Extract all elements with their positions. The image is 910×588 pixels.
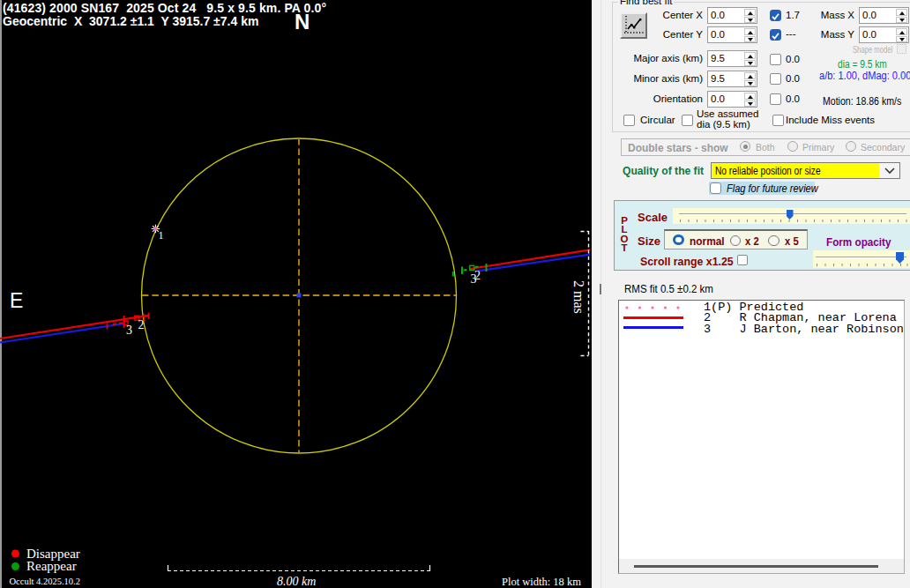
svg-text:8.00 km: 8.00 km [277, 575, 316, 588]
svg-text:Plot width: 18 km: Plot width: 18 km [502, 576, 581, 588]
svg-text:(41623) 2000 SN167 2025 Oct 2: (41623) 2000 SN167 2025 Oct 24 9.5 x 9.5… [3, 1, 326, 15]
svg-text:1: 1 [159, 229, 164, 242]
svg-text:Reappear: Reappear [26, 559, 77, 573]
svg-text:3: 3 [471, 272, 477, 286]
svg-text:E: E [10, 289, 23, 312]
svg-text:N: N [295, 10, 310, 33]
svg-text:3: 3 [126, 324, 132, 337]
svg-text:Geocentric X 3071.2 ±1.1 Y: Geocentric X 3071.2 ±1.1 Y 3915.7 ±7.4 k… [3, 14, 258, 28]
svg-text:2: 2 [138, 318, 145, 331]
svg-text:Occult 4.2025.10.2: Occult 4.2025.10.2 [10, 577, 81, 586]
svg-text:2 mas: 2 mas [571, 280, 586, 314]
